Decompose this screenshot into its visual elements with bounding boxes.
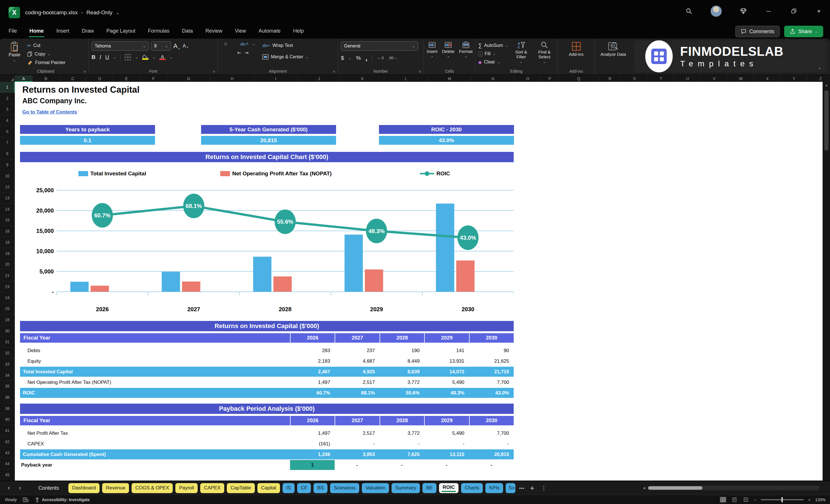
row-header-3[interactable]: 3 <box>0 104 15 115</box>
year-header-2027[interactable]: 2027 <box>334 416 379 426</box>
cell-value[interactable]: 13,931 <box>424 356 469 366</box>
row-header-30[interactable]: 30 <box>0 325 15 337</box>
column-header-J[interactable]: J <box>297 75 341 82</box>
insert-cells-button[interactable]: Insert⌄ <box>427 41 438 58</box>
row-label[interactable]: Net Operating Profit After Tax (NOPAT) <box>20 377 290 387</box>
cell-value[interactable]: 8,639 <box>380 367 424 377</box>
fill-color-button[interactable] <box>142 55 149 60</box>
dialog-launcher-icon[interactable]: ↘ <box>83 69 86 73</box>
row-header-2[interactable]: 2 <box>0 93 15 104</box>
row-header-28[interactable]: 28 <box>0 314 15 325</box>
column-header-V[interactable]: V <box>701 75 728 82</box>
accounting-format-button[interactable]: $ <box>341 55 344 61</box>
row-header-12[interactable]: 12 <box>0 181 15 192</box>
cell-value[interactable]: - <box>424 460 469 470</box>
column-header-N[interactable]: N <box>471 75 515 82</box>
accessibility-status[interactable]: Accessibility: Investigate <box>35 497 90 502</box>
year-header-2030[interactable]: 2030 <box>469 416 514 426</box>
row-label[interactable]: Equity <box>20 356 290 366</box>
fiscal-year-header[interactable]: Fiscal Year <box>20 333 290 343</box>
column-header-Z[interactable]: Z <box>807 75 830 82</box>
menu-tab-view[interactable]: View <box>234 27 247 37</box>
row-header-40[interactable]: 40 <box>0 414 15 426</box>
row-header-41[interactable]: 41 <box>0 425 15 436</box>
paste-button[interactable]: Paste ⌄ <box>6 41 23 67</box>
column-header-I[interactable]: I <box>254 75 297 82</box>
cell-value[interactable]: 48.3% <box>424 388 469 398</box>
column-header-Y[interactable]: Y <box>781 75 807 82</box>
cell-value[interactable]: 2,183 <box>290 356 334 366</box>
clear-button[interactable]: ◆Clear⌄ <box>478 58 508 66</box>
cell-value[interactable]: 3,853 <box>334 449 379 460</box>
kpi-value[interactable]: 43.0% <box>379 136 514 145</box>
cell-value[interactable]: 90 <box>469 346 514 355</box>
column-header-H[interactable]: H <box>211 75 254 82</box>
merge-center-button[interactable]: Merge & Center ⌄ <box>262 53 308 61</box>
row-header-31[interactable]: 31 <box>0 337 15 348</box>
row-header-24[interactable]: 24 <box>0 292 15 304</box>
addins-button[interactable]: Add-ins <box>561 41 592 57</box>
row-header-42[interactable]: 42 <box>0 436 15 447</box>
column-header-E[interactable]: E <box>113 75 140 82</box>
year-header-2026[interactable]: 2026 <box>290 416 334 426</box>
row-header-35[interactable]: 35 <box>0 381 15 392</box>
menu-tab-review[interactable]: Review <box>205 27 223 37</box>
row-header-10[interactable]: 10 <box>0 170 15 182</box>
cell-value[interactable]: 1,497 <box>290 428 334 438</box>
minimize-button[interactable]: — <box>765 7 772 15</box>
column-header-B[interactable]: B <box>33 75 60 82</box>
increase-indent-button[interactable]: ⇥ <box>245 50 248 56</box>
cell-value[interactable]: 190 <box>380 346 424 355</box>
column-header-M[interactable]: M <box>428 75 471 82</box>
cell-value[interactable]: 68.1% <box>334 388 379 398</box>
cell-value[interactable]: 1 <box>290 460 334 470</box>
row-header-15[interactable]: 15 <box>0 215 15 226</box>
cell-value[interactable]: 4,925 <box>334 367 379 377</box>
worksheet[interactable]: Returns on Invested Capital ABC Company … <box>15 82 823 480</box>
decrease-indent-button[interactable]: ⇤ <box>237 50 241 56</box>
add-sheet-button[interactable]: + <box>530 484 534 493</box>
cell-value[interactable]: 2,517 <box>334 377 379 387</box>
row-header-19[interactable]: 19 <box>0 248 15 259</box>
menu-tab-automate[interactable]: Automate <box>258 27 281 37</box>
scroll-left-icon[interactable]: ◄ <box>642 486 646 490</box>
grow-font-button[interactable]: A▲ <box>173 42 181 50</box>
cell-value[interactable]: - <box>334 460 379 470</box>
collapse-ribbon-icon[interactable]: ⌄ <box>818 65 822 70</box>
cell-value[interactable]: 55.6% <box>380 388 424 398</box>
kpi-value[interactable]: 0.1 <box>20 136 155 145</box>
row-header-32[interactable]: 32 <box>0 348 15 359</box>
row-label[interactable]: Payback year <box>20 460 290 470</box>
column-header-R[interactable]: R <box>599 75 621 82</box>
year-header-2029[interactable]: 2029 <box>424 333 469 343</box>
column-header-F[interactable]: F <box>140 75 167 82</box>
cell-value[interactable]: 1,497 <box>290 377 334 387</box>
font-name-select[interactable]: Tahoma⌄ <box>92 41 149 51</box>
year-header-2028[interactable]: 2028 <box>380 333 424 343</box>
cell-value[interactable]: - <box>424 439 469 449</box>
sheet-options-icon[interactable]: ⋮ <box>541 484 547 492</box>
decrease-decimal-button[interactable]: .00→ <box>388 56 397 60</box>
menu-tab-insert[interactable]: Insert <box>56 27 70 37</box>
prev-sheet-button[interactable]: ‹ <box>5 484 13 492</box>
sheet-tab-is[interactable]: IS <box>283 483 295 493</box>
restore-button[interactable] <box>790 7 797 15</box>
year-header-2028[interactable]: 2028 <box>380 416 424 426</box>
row-label[interactable]: ROIC <box>20 388 290 398</box>
font-color-button[interactable]: A <box>159 55 166 60</box>
cell-value[interactable]: - <box>334 439 379 449</box>
scroll-up-icon[interactable]: ▲ <box>823 82 830 89</box>
cell-value[interactable]: 1,336 <box>290 449 334 460</box>
sheet-tab-capital[interactable]: Capital <box>257 483 280 493</box>
sheet-tab-summary[interactable]: Summary <box>391 483 420 493</box>
column-header-L[interactable]: L <box>384 75 428 82</box>
sheet-tab-valuation[interactable]: Valuation <box>362 483 389 493</box>
avatar[interactable] <box>710 5 722 17</box>
zoom-slider[interactable] <box>761 499 804 500</box>
cell-value[interactable]: - <box>380 460 424 470</box>
column-header-K[interactable]: K <box>341 75 384 82</box>
sheet-tab-kpis[interactable]: KPIs <box>485 483 503 493</box>
dialog-launcher-icon[interactable]: ↘ <box>332 69 336 73</box>
page-break-view-button[interactable] <box>742 497 749 503</box>
row-label[interactable]: Total Invested Capital <box>20 367 290 377</box>
